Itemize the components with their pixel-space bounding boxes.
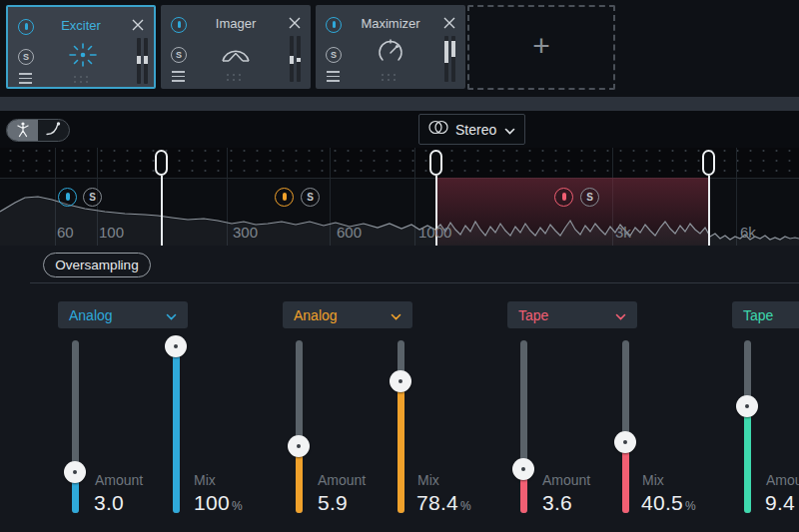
crossover-handle-1[interactable] [155,150,168,176]
module-title: Imager [189,16,283,31]
meter-bar [444,36,448,82]
amount-label: Amount [95,472,143,488]
band4-amount-slider[interactable] [736,340,758,530]
amount-label: Amount [766,472,799,488]
band1-mix-slider[interactable] [165,340,187,530]
band2-solo-button[interactable]: S [301,188,320,207]
slider-handle[interactable] [614,431,636,453]
stereo-icon [428,120,448,139]
module-title: Maximizer [344,16,437,31]
spectrum-analyzer[interactable]: S S S 60 100 300 600 1000 3k 6k [0,148,799,246]
crossover-strip[interactable] [0,148,799,178]
band3-amount-value: 3.6 [542,491,572,515]
slider-handle[interactable] [736,395,758,417]
module-card-imager[interactable]: S Imager [161,5,311,89]
maximizer-gauge-icon [376,38,405,68]
freq-tick: 6k [740,224,756,241]
band3-mode-dropdown[interactable]: Tape [507,301,637,328]
power-icon[interactable] [326,17,342,33]
exciter-starburst-icon [66,41,100,73]
close-icon[interactable] [442,16,456,30]
meter-bar [137,38,141,84]
menu-icon[interactable] [327,71,340,82]
meter-bar [290,36,294,82]
meter-bar [144,38,148,84]
oversampling-button[interactable]: Oversampling [43,253,151,277]
meter-bar [297,36,301,82]
crossover-handle-3[interactable] [702,150,715,176]
slider-handle[interactable] [512,458,534,480]
solo-icon[interactable]: S [171,47,187,63]
drag-handle-icon[interactable] [382,74,398,81]
band2-mode-dropdown[interactable]: Analog [283,301,412,328]
controls-divider [30,282,799,283]
channel-mode-dropdown[interactable]: Stereo [418,114,525,145]
band1-mix-value: 100% [194,491,243,515]
module-card-exciter[interactable]: S Exciter [6,5,156,89]
freq-tick: 3k [615,224,631,241]
channel-mode-label: Stereo [455,122,497,138]
amount-label: Amount [318,472,366,488]
power-icon[interactable] [18,19,34,35]
divider-strip [0,97,799,111]
curve-view-button[interactable] [38,120,69,141]
drag-handle-icon[interactable] [227,74,243,81]
menu-icon[interactable] [172,71,185,82]
spectrum-toolbar: Stereo [0,111,799,148]
band2-power-button[interactable] [275,188,294,207]
module-chain: S Exciter S Imager [0,0,799,97]
crossover-line [161,176,163,246]
band4-amount-value: 9.4 [765,491,795,515]
plus-icon: + [532,31,550,61]
slider-handle[interactable] [390,370,411,392]
drag-handle-icon[interactable] [74,76,90,83]
freq-tick: 100 [99,224,124,241]
freq-tick: 60 [57,224,74,241]
person-icon [15,121,31,141]
imager-gauge-icon [219,41,253,67]
close-icon[interactable] [131,18,145,32]
band2-amount-slider[interactable] [288,340,310,530]
meter-bar [451,36,455,82]
module-card-maximizer[interactable]: S Maximizer [316,5,465,89]
band3-solo-button[interactable]: S [580,188,599,207]
band2-mix-value: 78.4% [416,491,471,515]
band2-mix-slider[interactable] [390,340,411,530]
band4-mode-dropdown[interactable]: Tape [732,301,799,328]
slider-handle[interactable] [64,461,86,483]
band-view-button[interactable] [7,120,38,141]
close-icon[interactable] [288,16,302,30]
menu-icon[interactable] [19,73,32,84]
add-module-button[interactable]: + [467,5,615,90]
band3-mix-slider[interactable] [614,340,636,530]
chevron-down-icon [504,121,515,139]
ozone-exciter-window: S Exciter S Imager [0,0,799,532]
spectrum-view-toggle [6,119,70,142]
band2-amount-value: 5.9 [318,491,348,515]
chevron-down-icon [166,306,177,324]
solo-icon[interactable]: S [326,47,342,63]
filter-curve-icon [45,121,63,140]
slider-handle[interactable] [165,335,187,357]
crossover-line [708,176,710,246]
mix-label: Mix [194,472,216,488]
band3-mix-value: 40.5% [641,491,696,515]
band3-power-button[interactable] [554,188,573,207]
band1-amount-value: 3.0 [94,491,124,515]
amount-label: Amount [542,472,590,488]
crossover-handle-2[interactable] [429,150,442,176]
band1-power-button[interactable] [58,188,77,207]
exciter-controls: Oversampling Analog Amount Mix 3.0 100% … [0,246,799,532]
slider-handle[interactable] [288,435,310,457]
mix-label: Mix [642,472,664,488]
freq-tick: 300 [233,224,258,241]
band3-amount-slider[interactable] [512,340,534,530]
power-icon[interactable] [171,17,187,33]
module-title: Exciter [36,18,126,33]
freq-tick: 600 [337,224,362,241]
band1-mode-dropdown[interactable]: Analog [58,301,188,328]
freq-tick: 1000 [418,224,451,241]
band1-solo-button[interactable]: S [83,188,102,207]
solo-icon[interactable]: S [18,49,34,65]
band1-amount-slider[interactable] [64,340,86,530]
